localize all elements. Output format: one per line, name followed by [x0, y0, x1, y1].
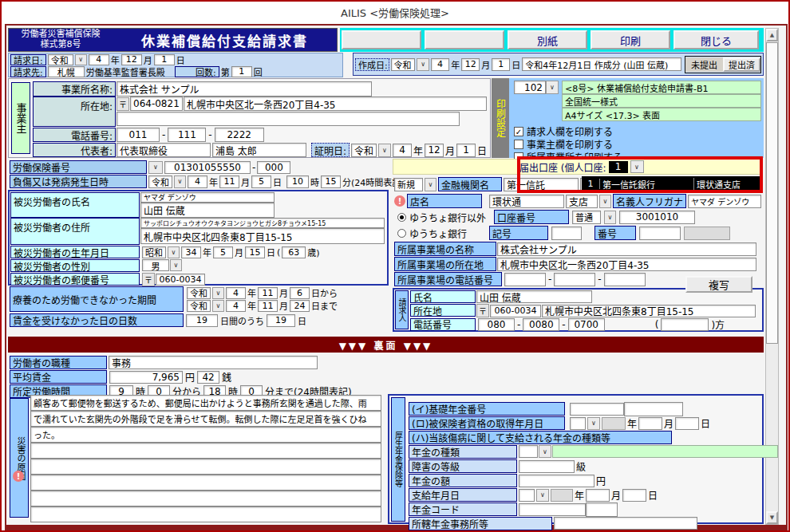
cause-line-5[interactable]	[30, 459, 381, 475]
scrollbar-thumb[interactable]	[766, 42, 778, 344]
employer-rep-name-input[interactable]: 浦島 太郎	[212, 143, 306, 157]
account-type-dropdown-icon[interactable]: ∨	[604, 211, 616, 224]
pension-basic-number-input1[interactable]	[570, 403, 624, 416]
pension-code-input2[interactable]	[586, 502, 618, 517]
close-button[interactable]: 閉じる	[673, 30, 759, 49]
absence-from-era-dropdown-icon[interactable]: ∨	[212, 287, 224, 299]
pension-qualify-month-input[interactable]	[638, 417, 662, 430]
insurance-number-dropdown-icon[interactable]: ∨	[148, 161, 163, 174]
created-summary-field[interactable]: 令和4年12月1日 作成分 (山田 伝蔵)	[522, 57, 681, 71]
absence-to-year-input[interactable]: 4	[226, 300, 246, 312]
cause-line-7[interactable]	[30, 491, 381, 506]
unsubmitted-button[interactable]: 未提出	[685, 57, 723, 72]
pension-paydate-era-dropdown-icon[interactable]: ∨	[536, 489, 549, 502]
cert-year-input[interactable]: 4	[393, 144, 412, 157]
print-option-employer[interactable]: 事業主欄を印刷する	[514, 137, 613, 151]
bank-name-input[interactable]: 第一信託	[504, 178, 579, 191]
cause-line-3[interactable]: った。	[30, 427, 381, 443]
absence-from-month-input[interactable]: 11	[258, 287, 278, 299]
absence-from-year-input[interactable]: 4	[226, 287, 246, 299]
pension-paydate-month-input[interactable]	[586, 489, 610, 502]
cause-line-2[interactable]: で濡れていた玄関先の外階段で足を滑らせて転倒。転倒した際に左足足首を強くひね	[30, 411, 381, 427]
pension-type-dropdown-icon[interactable]: ∨	[539, 445, 551, 458]
injury-era-dropdown-icon[interactable]: ∨	[174, 175, 186, 188]
pension-office-input[interactable]	[554, 517, 697, 530]
injury-month-input[interactable]: 11	[219, 175, 239, 188]
workplace-tel2-input[interactable]	[554, 273, 595, 286]
print-option-claimant[interactable]: ✓ 請求人欄を印刷する	[514, 124, 613, 138]
insurance-branch-input[interactable]: 000	[257, 161, 290, 174]
pension-paydate-day-input[interactable]	[622, 489, 646, 502]
claim-year-input[interactable]: 4	[89, 54, 109, 65]
submitted-button[interactable]: 提出済	[723, 57, 760, 72]
cert-month-input[interactable]: 12	[425, 144, 444, 157]
absence-to-month-input[interactable]: 11	[258, 300, 278, 312]
victim-birth-era-dropdown-icon[interactable]: ∨	[168, 246, 180, 258]
victim-birth-day-input[interactable]: 15	[245, 246, 265, 258]
job-input[interactable]: 事務	[109, 356, 318, 369]
injury-minute-input[interactable]: 15	[321, 175, 341, 188]
pension-type-input[interactable]	[519, 445, 538, 458]
employer-postal-input[interactable]: 064-0821	[130, 97, 183, 111]
workplace-tel3-input[interactable]	[604, 273, 646, 286]
account-type-value[interactable]: 普通	[572, 211, 601, 224]
notify-account-dropdown-icon[interactable]: ∨	[630, 160, 644, 173]
absence-from-day-input[interactable]: 6	[290, 287, 310, 299]
cause-line-8[interactable]	[30, 506, 381, 522]
victim-name-input[interactable]: 山田 伝蔵	[140, 203, 275, 218]
claimant-postal-input[interactable]: 060-0034	[490, 305, 541, 317]
checkbox-checked-icon[interactable]: ✓	[514, 127, 523, 136]
cert-era-dropdown-icon[interactable]: ∨	[378, 144, 391, 157]
created-era-dropdown-icon[interactable]: ∨	[417, 58, 429, 71]
number-input[interactable]	[639, 227, 681, 240]
branch-type-dropdown-icon[interactable]: ∨	[599, 195, 611, 208]
print-form-code-dropdown-icon[interactable]: ∨	[546, 81, 559, 94]
injury-hour-input[interactable]: 10	[286, 175, 309, 188]
claimant-name-input[interactable]: 山田 伝蔵	[476, 290, 592, 303]
pension-grade-input[interactable]	[519, 460, 575, 473]
branch-name-input[interactable]: 環状通	[489, 195, 564, 208]
absence-to-era-dropdown-icon[interactable]: ∨	[212, 300, 224, 312]
print-button[interactable]: 印刷	[591, 30, 670, 49]
yucho-radio[interactable]	[397, 229, 406, 238]
employer-name-input[interactable]: 株式会社 サンプル	[117, 81, 372, 97]
employer-addr-input[interactable]: 札幌市中央区北一条西20丁目4-35	[184, 97, 487, 111]
victim-addr-input[interactable]: 札幌市中央区北四条東8丁目15-15	[140, 228, 385, 244]
pension-amount-input[interactable]	[519, 475, 594, 487]
victim-postal-input[interactable]: 060-0034	[156, 274, 205, 286]
checkbox-unchecked-icon[interactable]	[514, 140, 523, 149]
mode-dropdown-icon[interactable]: ∨	[425, 178, 436, 191]
cause-line-1[interactable]: 顧客あて郵便物を郵送するため、郵便局に出かけようと事務所玄関を通過した際、雨	[30, 395, 381, 411]
claim-dest-input[interactable]: 札幌	[48, 66, 85, 77]
blank-button-1[interactable]	[342, 30, 421, 49]
created-year-input[interactable]: 4	[431, 58, 449, 71]
blank-button-2[interactable]	[425, 30, 504, 49]
insurance-number-input[interactable]: 01301055550	[164, 161, 251, 174]
symbol-input[interactable]	[551, 227, 582, 240]
average-wage-yen-input[interactable]: 7,965	[109, 371, 183, 384]
claimant-care-of-input[interactable]	[661, 318, 709, 331]
unpaid-days-total-input[interactable]: 19	[186, 314, 218, 327]
cause-line-4[interactable]	[30, 443, 381, 459]
victim-sex-dropdown-icon[interactable]: ∨	[170, 259, 182, 271]
workplace-addr-input[interactable]: 札幌市中央区北一条西20丁目4-35	[497, 258, 756, 271]
claimant-tel1-input[interactable]: 080	[478, 318, 515, 331]
pension-basic-number-input2[interactable]	[624, 402, 683, 416]
employer-rep-title-input[interactable]: 代表取締役	[117, 143, 211, 157]
claimant-tel3-input[interactable]: 0700	[568, 318, 605, 331]
created-month-input[interactable]: 12	[461, 58, 480, 71]
workplace-tel1-input[interactable]	[504, 273, 546, 286]
account-dropdown-list-item[interactable]: 1 第一信託銀行 環状通支店	[582, 176, 762, 191]
employer-tel1-input[interactable]: 011	[117, 128, 160, 142]
separate-sheet-button[interactable]: 別紙	[508, 30, 587, 49]
victim-sex-value[interactable]: 男	[142, 259, 169, 271]
claim-month-input[interactable]: 12	[121, 54, 142, 65]
pension-qualify-era-dropdown-icon[interactable]: ∨	[587, 417, 600, 430]
absence-to-day-input[interactable]: 24	[290, 300, 310, 312]
cause-line-6[interactable]	[30, 475, 381, 491]
created-day-input[interactable]: 1	[492, 58, 510, 71]
pension-qualify-day-input[interactable]	[675, 417, 699, 430]
victim-birth-year-input[interactable]: 34	[181, 246, 201, 258]
mode-value[interactable]: 新規	[394, 178, 423, 191]
injury-year-input[interactable]: 4	[188, 175, 207, 188]
